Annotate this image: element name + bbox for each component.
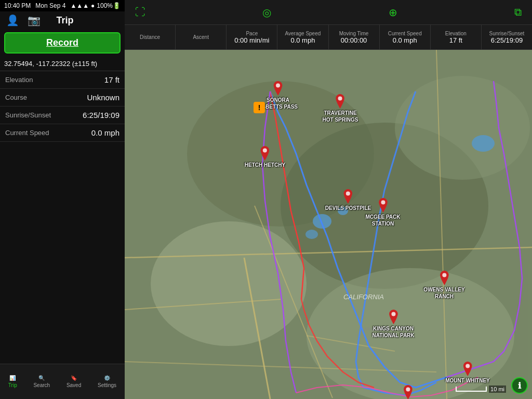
nav-icon-trip: 📊 [9,375,16,381]
status-bar: 10:40 PM Mon Sep 4 ▲▲▲ ● 100%🔋 [0,0,125,11]
expand-icon[interactable]: ⛶ [135,6,145,18]
nav-item-trip[interactable]: 📊Trip [8,375,17,388]
nav-label: Saved [66,382,81,388]
svg-point-25 [442,273,446,277]
stat-label: Average Speed [285,31,321,36]
svg-point-24 [381,201,385,205]
stat-item-average-speed: Average Speed0.0 mph [277,25,328,49]
nav-item-settings[interactable]: ⚙️Settings [98,375,116,388]
pin-label-mcgee: MCGEE PACK STATION [365,214,400,227]
info-row-value: 17 ft [104,75,119,84]
add-waypoint-icon[interactable]: ⊕ [389,6,397,19]
nav-label: Settings [98,382,116,388]
stat-value: 0:00 min/mi [234,36,269,44]
stat-label: Current Speed [388,31,422,36]
map-pin-travertine[interactable]: TRAVERTINE HOT SPRINGS [323,94,358,123]
bottom-nav: 📊Trip🔍Search🔖Saved⚙️Settings [0,364,125,399]
pin-marker-mcgee [377,198,389,212]
info-row-sunrise-sunset: Sunrise/Sunset6:25/19:09 [0,107,125,124]
svg-point-26 [391,312,395,316]
svg-point-7 [313,214,331,229]
left-panel: 10:40 PM Mon Sep 4 ▲▲▲ ● 100%🔋 👤 📷 Trip … [0,0,125,399]
nav-label: Search [33,382,50,388]
stat-value: 0.0 mph [393,36,417,44]
pin-marker-sonora [272,81,284,96]
nav-icon-saved: 🔖 [71,375,77,381]
person-icon[interactable]: 👤 [6,14,19,26]
status-time: 10:40 PM [4,2,31,9]
nav-label: Trip [8,382,17,388]
status-icons: ▲▲▲ ● 100%🔋 [70,2,121,9]
stats-bar: DistanceAscentPace0:00 min/miAverage Spe… [125,25,532,50]
info-row-current-speed: Current Speed0.0 mph [0,124,125,142]
stat-item-current-speed: Current Speed0.0 mph [380,25,431,49]
stat-value: 0.0 mph [290,36,315,44]
pin-label-owens: OWENS VALLEY RANCH [423,286,464,300]
camera-icon[interactable]: 📷 [28,14,41,26]
svg-point-22 [263,149,267,153]
map-pin-whitney[interactable]: MOUNT WHITNEY [445,362,490,384]
stat-item-pace: Pace0:00 min/mi [227,25,277,49]
map-scale: 10 mi [456,385,506,393]
pin-label-travertine: TRAVERTINE HOT SPRINGS [323,110,358,123]
pin-marker-kings [388,310,399,324]
pin-label-devils: DEVILS POSTPILE [325,205,371,211]
wifi-icon: ● [91,2,95,9]
coordinates: 32.75494, -117.22322 (±115 ft) [0,58,125,71]
stat-label: Sunrise/Sunset [489,31,525,36]
signal-icon: ▲▲▲ [70,2,89,9]
info-button[interactable]: ℹ [511,377,528,394]
info-row-elevation: Elevation17 ft [0,71,125,89]
svg-point-23 [346,192,350,196]
stat-label: Pace [246,31,258,36]
scale-bar [456,387,487,392]
info-rows: Elevation17 ftCourseUnknownSunrise/Sunse… [0,71,125,364]
info-row-value: Unknown [87,93,119,102]
pin-marker-devils [342,189,354,204]
location-icon[interactable]: ◎ [262,6,271,19]
stat-value: 00:00:00 [341,36,367,44]
stat-item-moving-time: Moving Time00:00:00 [329,25,380,49]
page-title: Trip [56,15,73,26]
map-area[interactable]: CALIFORNIA Kings Canyon ! 10 mi ℹ SONORA… [125,50,532,399]
nav-item-search[interactable]: 🔍Search [33,375,50,388]
stat-item-elevation: Elevation17 ft [431,25,482,49]
pin-marker-travertine [335,94,346,109]
layers-icon[interactable]: ⧉ [514,6,522,18]
stat-value: 6:25/19:09 [491,36,523,44]
stat-label: Moving Time [339,31,369,36]
stat-label: Elevation [445,31,467,36]
battery-icon: 100%🔋 [97,2,121,9]
map-pin-devils[interactable]: DEVILS POSTPILE [325,189,371,211]
stat-item-sunrise/sunset: Sunrise/Sunset6:25/19:09 [482,25,532,49]
map-pin-mcgee[interactable]: MCGEE PACK STATION [365,198,400,227]
pin-marker-hetch [259,146,271,161]
stat-item-ascent: Ascent [176,25,227,49]
stat-label: Distance [140,34,160,40]
svg-point-21 [338,97,342,101]
pin-marker-mineral [402,385,414,399]
nav-icon-settings: ⚙️ [104,375,110,381]
warning-badge: ! [254,102,265,113]
status-day: Mon Sep 4 [35,2,65,9]
stat-value: 17 ft [449,36,462,44]
map-pin-owens[interactable]: OWENS VALLEY RANCH [423,271,464,300]
map-pin-mineral[interactable]: MINERAL KING ROAD [393,385,422,399]
pin-marker-whitney [462,362,473,376]
info-row-label: Course [5,94,27,101]
info-row-label: Elevation [5,76,33,84]
nav-icon-search: 🔍 [38,375,45,381]
svg-point-27 [466,364,470,368]
svg-point-20 [276,84,280,88]
map-pin-kings[interactable]: KINGS CANYON NATIONAL PARK [372,310,414,339]
pin-label-hetch: HETCH HETCHY [245,162,285,168]
svg-point-10 [305,230,318,239]
map-pin-hetch[interactable]: HETCH HETCHY [245,146,285,168]
info-row-value: 0.0 mph [91,128,119,137]
info-row-label: Sunrise/Sunset [5,111,51,119]
record-button[interactable]: Record [4,32,121,54]
svg-point-28 [406,388,410,392]
stat-item-distance: Distance [125,25,176,49]
header-icons: 👤 📷 [6,14,41,26]
nav-item-saved[interactable]: 🔖Saved [66,375,81,388]
